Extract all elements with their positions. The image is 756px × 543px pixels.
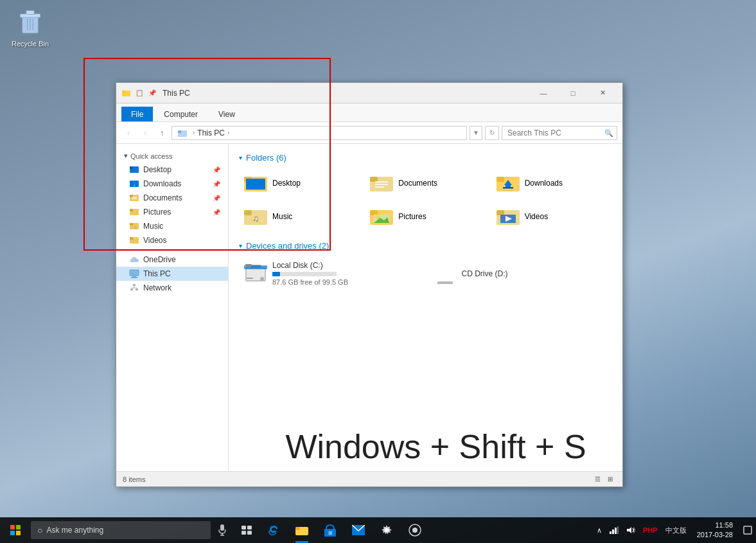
tab-computer[interactable]: Computer [154,107,207,121]
taskbar-search[interactable]: ○ Ask me anything [31,521,211,539]
sidebar-item-this-pc[interactable]: This PC [116,267,228,281]
minimize-button[interactable]: — [529,83,558,103]
chevron-up-btn[interactable]: ∧ [593,517,606,543]
drive-item-c[interactable]: Local Disk (C:) 87.6 GB free of 99.5 GB [239,257,423,290]
file-explorer-window: 📋 📌 This PC — □ ✕ File Computer View ‹ ›… [116,82,623,487]
store-app[interactable]: ⊞ [316,517,344,543]
tab-file[interactable]: File [121,107,153,121]
input-method-icon[interactable]: 中文版 [662,517,690,543]
folder-item-documents[interactable]: Documents [365,169,486,197]
svg-rect-11 [130,166,133,169]
notification-icon [743,526,752,535]
quick-access-icon: 📋 [134,88,145,98]
recycle-bin-icon[interactable]: Recycle Bin [12,6,49,48]
up-button[interactable]: ↑ [155,126,169,140]
network-icon [610,526,619,534]
microphone-button[interactable] [211,517,234,543]
address-path[interactable]: › This PC › [171,126,467,140]
cd-drive-name: CD Drive (D:) [462,269,508,278]
php-tray-icon[interactable]: PHP [639,517,662,543]
sidebar-item-videos[interactable]: Videos [116,233,228,247]
svg-rect-58 [497,210,504,215]
svg-point-63 [260,277,264,281]
folder-item-videos[interactable]: Videos [491,202,612,231]
gear-icon [380,524,393,537]
sidebar-downloads-label: Downloads [143,179,181,188]
status-view-buttons: ☰ ⊞ [592,474,616,485]
sidebar-item-onedrive[interactable]: OneDrive [116,253,228,267]
svg-rect-17 [132,199,137,200]
videos-folder-label: Videos [525,212,548,221]
ribbon-tabs: File Computer View [116,103,622,121]
large-icons-view-btn[interactable]: ⊞ [604,474,616,485]
folder-item-pictures[interactable]: Pictures [365,202,486,231]
file-explorer-app[interactable] [288,517,316,543]
quick-access-label: Quick access [130,152,172,160]
sidebar-videos-label: Videos [143,236,166,245]
sidebar-item-documents[interactable]: Documents 📌 [116,191,228,205]
desktop-folder-icon [129,165,139,175]
task-view-icon [242,526,252,535]
desktop: Recycle Bin 📋 📌 This PC — □ ✕ [0,0,756,543]
volume-tray-icon[interactable] [622,517,639,543]
maximize-button[interactable]: □ [558,83,588,103]
downloads-folder-icon: ↓ [129,179,139,189]
games-app[interactable] [401,517,429,543]
sidebar-item-downloads[interactable]: ↓ Downloads 📌 [116,177,228,191]
search-input[interactable] [502,126,617,140]
svg-rect-2 [26,11,34,15]
search-icon: 🔍 [604,129,613,137]
clock[interactable]: 11:58 2017-03-28 [690,517,739,543]
quick-access-header: ▾ Quick access [116,149,228,163]
edge-app[interactable] [259,517,288,543]
title-bar-title: This PC [157,89,529,98]
videos-folder-big-icon [497,206,520,227]
svg-rect-74 [16,525,21,530]
svg-rect-64 [247,278,253,279]
network-tray-icon[interactable] [606,517,622,543]
system-tray: ∧ PHP 中文版 11:58 [593,517,756,543]
svg-rect-95 [617,526,619,534]
svg-rect-75 [10,531,15,535]
task-view-button[interactable] [234,517,259,543]
back-button[interactable]: ‹ [121,126,136,140]
store-icon: ⊞ [324,524,337,537]
svg-rect-24 [130,237,133,240]
clock-time: 11:58 [715,521,733,530]
games-icon [409,524,421,537]
svg-rect-16 [132,197,137,198]
svg-point-91 [412,528,418,533]
documents-folder-icon [129,193,139,203]
address-chevron: › [193,129,195,136]
folder-item-desktop[interactable]: Desktop [239,169,360,197]
notification-btn[interactable] [739,517,756,543]
search-circle-icon: ○ [37,525,42,535]
sidebar-item-pictures[interactable]: Pictures 📌 [116,205,228,219]
svg-rect-45 [497,177,504,182]
dropdown-btn[interactable]: ▼ [470,126,482,140]
folder-item-music[interactable]: ♫ Music [239,202,360,231]
details-view-btn[interactable]: ☰ [592,474,603,485]
tab-view[interactable]: View [209,107,245,121]
svg-rect-19 [130,209,133,211]
forward-button[interactable]: › [138,126,152,140]
mail-app[interactable] [344,517,373,543]
drive-item-d[interactable]: CD Drive (D:) [428,257,613,290]
start-button[interactable] [0,517,31,543]
close-button[interactable]: ✕ [588,83,617,103]
downloads-folder-big-icon [497,173,520,193]
address-chevron-2: › [227,129,229,136]
refresh-btn[interactable]: ↻ [485,126,499,140]
svg-rect-81 [247,526,252,530]
svg-rect-21 [130,223,133,226]
sidebar-item-desktop[interactable]: Desktop 📌 [116,163,228,177]
sidebar-item-music[interactable]: ♫ Music [116,219,228,233]
svg-rect-83 [247,531,252,535]
svg-rect-76 [16,531,21,535]
settings-app[interactable] [373,517,401,543]
svg-rect-97 [744,526,752,534]
svg-rect-31 [136,289,138,290]
sidebar-item-network[interactable]: Network [116,281,228,295]
folder-item-downloads[interactable]: Downloads [491,169,612,197]
svg-text:↓: ↓ [133,182,136,188]
